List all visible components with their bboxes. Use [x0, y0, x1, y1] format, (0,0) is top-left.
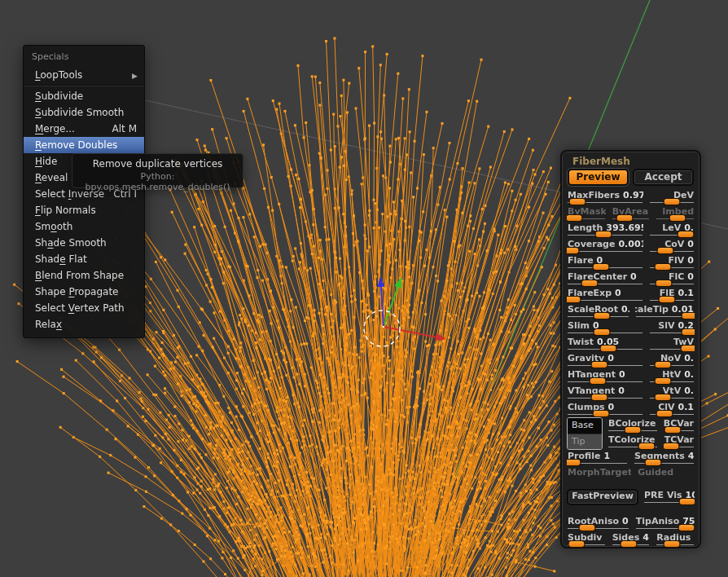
slider-tcolorize[interactable]: TColorize1: [607, 434, 658, 450]
slider-knob-slim[interactable]: [594, 328, 611, 336]
slider-nov[interactable]: NoV0.: [649, 352, 695, 368]
slider-knob-flare[interactable]: [593, 263, 610, 271]
menu-item-blend-from-shape[interactable]: Blend From Shape: [24, 267, 144, 284]
menu-item-select-vertex-path[interactable]: Select Vertex Path: [24, 300, 144, 316]
slider-scaletip[interactable]: ScaleTip0.01: [635, 303, 695, 319]
slider-knob-twv[interactable]: [681, 345, 695, 352]
slider-coverage[interactable]: Coverage0.001: [567, 238, 643, 254]
slider-maxfibers[interactable]: MaxFibers0.9708: [567, 189, 643, 205]
slider-knob-htv[interactable]: [655, 377, 672, 385]
slider-clv[interactable]: ClV0.1: [649, 401, 695, 417]
slider-rootaniso[interactable]: RootAniso0: [567, 515, 629, 531]
slider-knob-slv[interactable]: [682, 328, 695, 336]
slider-knob-tcolorize[interactable]: [638, 443, 655, 450]
slider-knob-byarea[interactable]: [616, 214, 634, 222]
slider-sides[interactable]: Sides4: [612, 531, 651, 548]
slider-knob-bcolorize[interactable]: [624, 426, 641, 434]
accept-button[interactable]: Accept: [633, 169, 694, 186]
tip-color-swatch[interactable]: Tip: [568, 434, 602, 450]
menu-item-shade-flat[interactable]: Shade Flat: [24, 251, 144, 267]
slider-knob-segments[interactable]: [645, 459, 662, 466]
slider-cov[interactable]: CoV0: [649, 238, 695, 254]
slider-knob-pre-vis[interactable]: [678, 498, 695, 505]
menu-item-relax[interactable]: Relax: [24, 316, 144, 333]
slider-flareexp[interactable]: FlareExp0: [567, 287, 643, 303]
slider-flarecenter[interactable]: FlareCenter0: [567, 271, 643, 287]
slider-radius[interactable]: Radius: [656, 531, 695, 548]
menu-item-remove-doubles[interactable]: Remove Doubles: [24, 137, 144, 153]
slider-knob-tipaniso[interactable]: [678, 524, 695, 531]
menu-item-subdivide[interactable]: Subdivide: [24, 88, 144, 104]
slider-knob-gravity[interactable]: [590, 361, 607, 368]
slider-knob-profile[interactable]: [567, 459, 581, 466]
base-color-swatch[interactable]: Base: [568, 418, 602, 434]
menu-item-looptools[interactable]: LoopTools▶: [24, 67, 144, 83]
slider-knob-lev[interactable]: [677, 231, 694, 238]
slider-knob-scaletip[interactable]: [682, 312, 695, 319]
slider-subdiv[interactable]: Subdiv: [567, 531, 606, 548]
slider-knob-tcvar[interactable]: [664, 443, 680, 450]
slider-knob-maxfibers[interactable]: [569, 198, 586, 205]
slider-dev[interactable]: DeV: [649, 189, 695, 205]
slider-knob-vtv[interactable]: [655, 394, 672, 401]
slider-knob-vtangent[interactable]: [590, 394, 607, 401]
slider-knob-clumps[interactable]: [592, 410, 609, 417]
slider-pre-vis[interactable]: PRE Vis100: [643, 489, 695, 505]
slider-knob-cov[interactable]: [656, 247, 673, 254]
slider-scaleroot[interactable]: ScaleRoot0.0: [567, 303, 629, 319]
slider-knob-imbed[interactable]: [669, 214, 686, 222]
slider-knob-flareexp[interactable]: [567, 296, 581, 303]
slider-knob-sides[interactable]: [621, 540, 638, 548]
slider-segments[interactable]: Segments4: [634, 450, 695, 466]
slider-knob-flv[interactable]: [655, 263, 672, 271]
menu-item-smooth[interactable]: Smooth: [24, 218, 144, 235]
slider-knob-bymask[interactable]: [567, 214, 582, 222]
slider-knob-nov[interactable]: [655, 361, 672, 368]
slider-htangent[interactable]: HTangent0: [567, 368, 643, 385]
slider-flare[interactable]: Flare0: [567, 254, 643, 271]
slider-htv[interactable]: HtV0.: [649, 368, 695, 385]
slider-knob-dev[interactable]: [664, 198, 681, 205]
slider-knob-fle[interactable]: [658, 296, 675, 303]
slider-bcvar[interactable]: BCVar: [664, 417, 695, 434]
slider-knob-scaleroot[interactable]: [594, 312, 611, 319]
menu-item-shade-smooth[interactable]: Shade Smooth: [24, 235, 144, 251]
slider-knob-bcvar[interactable]: [664, 426, 682, 434]
slider-knob-flc[interactable]: [656, 280, 673, 287]
fastpreview-button[interactable]: FastPreview: [567, 489, 638, 505]
slider-knob-length[interactable]: [595, 231, 612, 238]
slider-slv[interactable]: SlV0.2: [649, 319, 695, 336]
slider-imbed[interactable]: Imbed: [656, 205, 695, 222]
preview-button[interactable]: Preview: [568, 169, 629, 186]
slider-knob-flarecenter[interactable]: [581, 280, 599, 287]
slider-lev[interactable]: LeV0.: [649, 222, 695, 238]
slider-flv[interactable]: FlV0: [649, 254, 695, 271]
slider-fle[interactable]: FlE0.1: [649, 287, 695, 303]
slider-knob-clv[interactable]: [656, 410, 673, 417]
slider-bcolorize[interactable]: BColorize0.5: [607, 417, 658, 434]
slider-knob-twist[interactable]: [599, 345, 616, 352]
slider-knob-coverage[interactable]: [567, 247, 579, 254]
slider-clumps[interactable]: Clumps0: [567, 401, 643, 417]
slider-byarea[interactable]: ByArea: [612, 205, 651, 222]
slider-gravity[interactable]: Gravity0: [567, 352, 643, 368]
menu-item-shape-propagate[interactable]: Shape Propagate: [24, 284, 144, 300]
slider-flc[interactable]: FlC0: [649, 271, 695, 287]
slider-vtv[interactable]: VtV0.: [649, 385, 695, 401]
slider-length[interactable]: Length393.6953: [567, 222, 643, 238]
slider-tipaniso[interactable]: TipAniso75: [635, 515, 695, 531]
slider-profile[interactable]: Profile1: [567, 450, 628, 466]
slider-slim[interactable]: Slim0: [567, 319, 643, 336]
slider-bymask[interactable]: ByMask: [567, 205, 606, 222]
slider-twist[interactable]: Twist0.05: [567, 336, 643, 352]
slider-vtangent[interactable]: VTangent0: [567, 385, 643, 401]
menu-item-merge[interactable]: Merge...Alt M: [24, 121, 144, 137]
slider-knob-radius[interactable]: [664, 540, 681, 548]
slider-twv[interactable]: TwV: [649, 336, 695, 352]
slider-knob-htangent[interactable]: [589, 377, 606, 385]
slider-tcvar[interactable]: TCVar: [664, 434, 695, 450]
slider-knob-subdiv[interactable]: [568, 540, 585, 548]
menu-item-flip-normals[interactable]: Flip Normals: [24, 202, 144, 218]
slider-knob-rootaniso[interactable]: [578, 524, 595, 531]
menu-item-subdivide-smooth[interactable]: Subdivide Smooth: [24, 104, 144, 121]
